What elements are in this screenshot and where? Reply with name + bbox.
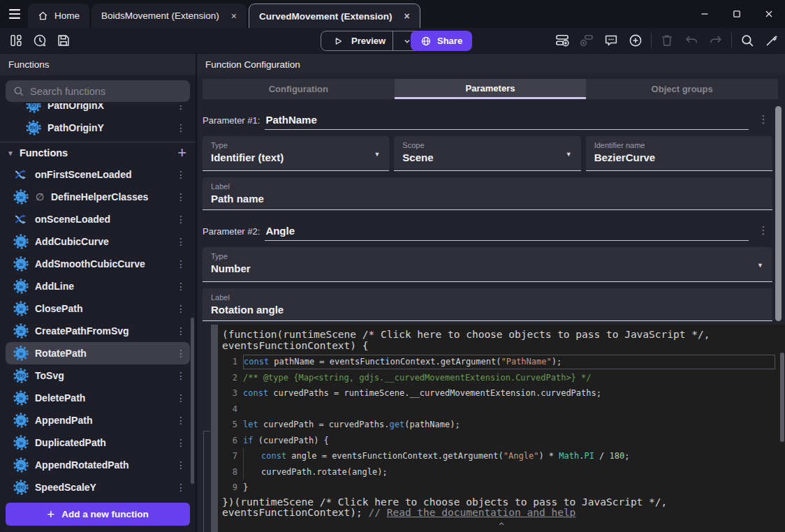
code-line[interactable]: 9} bbox=[222, 480, 785, 496]
code-line[interactable]: 6if (curvedPath) { bbox=[222, 433, 785, 449]
code-line[interactable]: 3const curvedPaths = runtimeScene.__curv… bbox=[222, 385, 785, 401]
tab-object-groups[interactable]: Object groups bbox=[586, 79, 778, 99]
function-list-item[interactable]: »AddSmoothCubicCurve⋮ bbox=[6, 253, 190, 275]
main-menu-button[interactable] bbox=[6, 6, 24, 23]
function-list-item[interactable]: »ClosePath⋮ bbox=[6, 297, 190, 320]
add-event-icon[interactable] bbox=[553, 31, 571, 50]
collapse-editor-icon[interactable]: ^ bbox=[499, 521, 504, 531]
function-list-item[interactable]: »AppendPath⋮ bbox=[6, 409, 190, 431]
function-menu-icon[interactable]: ⋮ bbox=[175, 415, 186, 426]
action-function-icon: » bbox=[13, 435, 29, 450]
function-menu-icon[interactable]: ⋮ bbox=[175, 348, 186, 359]
add-comment-icon[interactable] bbox=[602, 31, 620, 50]
ai-wand-icon[interactable] bbox=[763, 31, 781, 50]
project-manager-icon[interactable] bbox=[7, 31, 25, 50]
function-list-item[interactable]: »AddCubicCurve⋮ bbox=[6, 230, 190, 253]
window-tab[interactable]: CurvedMovement (Extension)× bbox=[249, 3, 420, 28]
code-editor-content[interactable]: (function(runtimeScene /* Click here to … bbox=[218, 325, 785, 532]
function-menu-icon[interactable]: ⋮ bbox=[175, 459, 186, 471]
function-menu-icon[interactable]: ⋮ bbox=[175, 281, 186, 292]
function-menu-icon[interactable]: ⋮ bbox=[175, 214, 186, 225]
function-menu-icon[interactable]: ⋮ bbox=[175, 392, 186, 404]
sidebar-scrollbar[interactable] bbox=[191, 318, 194, 484]
parameter-menu-icon[interactable]: ⋮ bbox=[757, 224, 770, 241]
dropdown-field[interactable]: ScopeScene▼ bbox=[394, 136, 580, 171]
toolbar: Preview Share bbox=[0, 28, 785, 53]
window-tab[interactable]: BoidsMovement (Extension)× bbox=[91, 3, 247, 28]
function-name: AddSmoothCubicCurve bbox=[35, 258, 169, 269]
maximize-button[interactable] bbox=[721, 0, 753, 28]
function-menu-icon[interactable]: ⋮ bbox=[175, 437, 186, 448]
parameter-name-input[interactable] bbox=[265, 114, 749, 130]
function-menu-icon[interactable]: ⋮ bbox=[175, 236, 186, 247]
line-number: 4 bbox=[222, 404, 237, 414]
function-list-item[interactable]: »AppendRotatedPath⋮ bbox=[6, 454, 190, 476]
add-new-function-button[interactable]: + Add a new function bbox=[6, 503, 190, 526]
collapse-arrow-icon[interactable]: ▼ bbox=[7, 149, 14, 157]
share-button[interactable]: Share bbox=[411, 31, 472, 51]
dropdown-arrow-icon: ▼ bbox=[374, 151, 380, 158]
history-icon[interactable] bbox=[31, 31, 49, 50]
field-label: Label bbox=[211, 293, 764, 302]
function-menu-icon[interactable]: ⋮ bbox=[175, 482, 186, 493]
tab-configuration[interactable]: Configuration bbox=[203, 79, 395, 99]
svg-text:»: » bbox=[19, 327, 23, 335]
parameters-scrollbar[interactable] bbox=[775, 106, 782, 321]
function-list-item[interactable]: »DuplicatedPath⋮ bbox=[6, 431, 190, 454]
minimize-button[interactable] bbox=[689, 0, 721, 28]
function-menu-icon[interactable]: ⋮ bbox=[175, 370, 186, 381]
function-list-item[interactable]: »AddLine⋮ bbox=[6, 275, 190, 297]
tab-parameters[interactable]: Parameters bbox=[395, 79, 587, 99]
function-menu-icon[interactable]: ⋮ bbox=[175, 325, 186, 337]
function-list-item[interactable]: f(x)SpeedScaleY⋮ bbox=[6, 476, 190, 498]
event-drag-handle[interactable] bbox=[211, 325, 218, 532]
code-scrollbar[interactable] bbox=[780, 353, 784, 442]
function-menu-icon[interactable]: ⋮ bbox=[175, 103, 186, 111]
function-menu-icon[interactable]: ⋮ bbox=[175, 169, 186, 180]
window-tab[interactable]: Home bbox=[28, 3, 89, 28]
svg-text:»: » bbox=[19, 237, 23, 246]
text-field[interactable]: LabelPath name bbox=[203, 177, 772, 210]
close-button[interactable] bbox=[753, 0, 785, 28]
function-list-item[interactable]: f(x)ToSvg⋮ bbox=[6, 364, 190, 387]
search-input[interactable] bbox=[30, 86, 183, 97]
parameter-menu-icon[interactable]: ⋮ bbox=[757, 113, 770, 130]
functions-section-header[interactable]: ▼ Functions + bbox=[0, 142, 196, 163]
text-field[interactable]: LabelRotation angle bbox=[203, 288, 772, 321]
function-list-item[interactable]: onSceneLoaded⋮ bbox=[6, 208, 190, 230]
dropdown-field[interactable]: TypeNumber▼ bbox=[203, 247, 772, 282]
code-line[interactable]: 2/** @type {Map<string, gdjs.__curvedMov… bbox=[222, 370, 785, 386]
documentation-link[interactable]: Read the documentation and help bbox=[387, 507, 576, 518]
code-line[interactable]: 8curvedPath.rotate(angle); bbox=[222, 464, 785, 480]
close-tab-icon[interactable]: × bbox=[231, 10, 237, 22]
function-menu-icon[interactable]: ⋮ bbox=[175, 122, 186, 133]
dropdown-field[interactable]: TypeIdentifier (text)▼ bbox=[203, 136, 389, 171]
function-list-item[interactable]: f(x)PathOriginY⋮ bbox=[6, 117, 190, 139]
function-menu-icon[interactable]: ⋮ bbox=[175, 303, 186, 314]
code-line[interactable]: 1const pathName = eventsFunctionContext.… bbox=[222, 354, 785, 370]
function-list-item[interactable]: »RotatePath⋮ bbox=[6, 342, 190, 364]
save-icon[interactable] bbox=[54, 31, 73, 50]
add-other-event-icon[interactable] bbox=[626, 31, 645, 50]
function-name: DuplicatedPath bbox=[35, 437, 169, 448]
function-list-item[interactable]: »∅DefineHelperClasses⋮ bbox=[6, 186, 190, 208]
preview-button[interactable]: Preview bbox=[321, 31, 422, 51]
code-line[interactable]: 4 bbox=[222, 401, 785, 418]
search-box[interactable] bbox=[6, 80, 190, 102]
field-label: Identifier name bbox=[594, 141, 764, 149]
function-list-item[interactable]: onFirstSceneLoaded⋮ bbox=[6, 163, 190, 186]
code-line[interactable]: 5let curvedPath = curvedPaths.get(pathNa… bbox=[222, 417, 785, 433]
text-field[interactable]: Identifier nameBezierCurve bbox=[586, 136, 772, 171]
code-function-header[interactable]: (function(runtimeScene /* Click here to … bbox=[222, 330, 785, 351]
function-list-item[interactable]: »CreatePathFromSvg⋮ bbox=[6, 320, 190, 342]
search-icon[interactable] bbox=[738, 31, 756, 50]
code-line[interactable]: 7const angle = eventsFunctionContext.get… bbox=[222, 448, 785, 464]
function-list-item[interactable]: »DeletePath⋮ bbox=[6, 387, 190, 409]
function-list-item[interactable]: f(x)PathOriginX⋮ bbox=[6, 103, 190, 117]
function-name: DefineHelperClasses bbox=[51, 191, 169, 202]
parameter-name-input[interactable] bbox=[265, 225, 749, 241]
add-function-icon[interactable]: + bbox=[177, 145, 186, 161]
function-menu-icon[interactable]: ⋮ bbox=[175, 191, 186, 202]
function-menu-icon[interactable]: ⋮ bbox=[175, 258, 186, 269]
close-tab-icon[interactable]: × bbox=[404, 10, 410, 22]
